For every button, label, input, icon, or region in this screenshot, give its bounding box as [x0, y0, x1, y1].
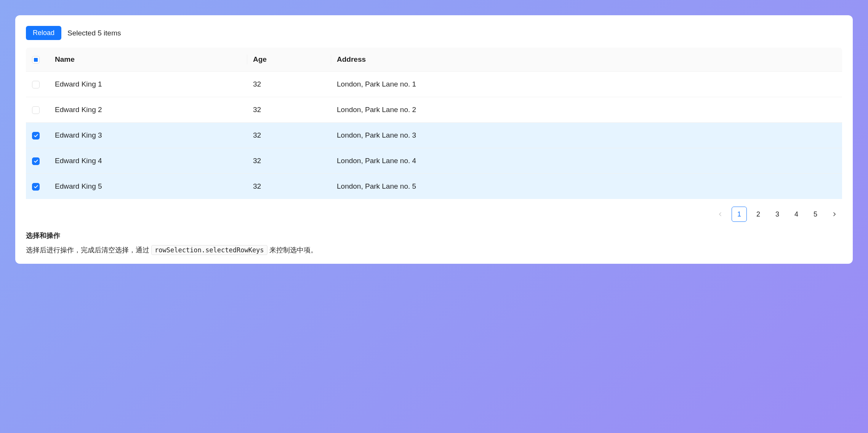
column-header-address: Address [331, 48, 842, 72]
cell-age: 32 [247, 72, 331, 97]
column-header-select [26, 48, 49, 72]
cell-address: London, Park Lane no. 4 [331, 148, 842, 174]
row-checkbox[interactable] [32, 183, 40, 191]
row-checkbox[interactable] [32, 106, 40, 114]
row-checkbox[interactable] [32, 157, 40, 165]
pagination-prev [713, 207, 728, 222]
column-header-age: Age [247, 48, 331, 72]
reload-button[interactable]: Reload [26, 26, 61, 40]
pagination: 12345 [26, 207, 842, 222]
footer-desc-after: 来控制选中项。 [267, 246, 317, 254]
card: Reload Selected 5 items Name Age Address… [15, 15, 853, 264]
table-row: Edward King 432London, Park Lane no. 4 [26, 148, 842, 174]
table-row: Edward King 232London, Park Lane no. 2 [26, 97, 842, 123]
cell-name: Edward King 3 [49, 123, 247, 148]
cell-age: 32 [247, 123, 331, 148]
pagination-page[interactable]: 3 [770, 207, 785, 222]
cell-address: London, Park Lane no. 1 [331, 72, 842, 97]
pagination-page[interactable]: 2 [751, 207, 766, 222]
table-row: Edward King 132London, Park Lane no. 1 [26, 72, 842, 97]
data-table: Name Age Address Edward King 132London, … [26, 48, 842, 199]
pagination-next[interactable] [827, 207, 842, 222]
cell-address: London, Park Lane no. 3 [331, 123, 842, 148]
cell-age: 32 [247, 174, 331, 199]
footer-desc-before: 选择后进行操作，完成后清空选择，通过 [26, 246, 151, 254]
row-checkbox[interactable] [32, 132, 40, 140]
cell-name: Edward King 4 [49, 148, 247, 174]
select-all-checkbox[interactable] [32, 56, 40, 64]
toolbar: Reload Selected 5 items [26, 26, 842, 40]
cell-age: 32 [247, 148, 331, 174]
cell-name: Edward King 1 [49, 72, 247, 97]
cell-address: London, Park Lane no. 2 [331, 97, 842, 123]
pagination-page[interactable]: 1 [732, 207, 747, 222]
selected-count-text: Selected 5 items [67, 29, 121, 37]
footer-code: rowSelection.selectedRowKeys [151, 245, 267, 255]
cell-address: London, Park Lane no. 5 [331, 174, 842, 199]
cell-name: Edward King 2 [49, 97, 247, 123]
cell-age: 32 [247, 97, 331, 123]
cell-name: Edward King 5 [49, 174, 247, 199]
footer-section: 选择和操作 选择后进行操作，完成后清空选择，通过 rowSelection.se… [26, 231, 842, 255]
pagination-page[interactable]: 4 [789, 207, 804, 222]
table-row: Edward King 532London, Park Lane no. 5 [26, 174, 842, 199]
footer-description: 选择后进行操作，完成后清空选择，通过 rowSelection.selected… [26, 245, 842, 255]
row-checkbox[interactable] [32, 81, 40, 88]
column-header-name: Name [49, 48, 247, 72]
table-row: Edward King 332London, Park Lane no. 3 [26, 123, 842, 148]
footer-title: 选择和操作 [26, 231, 842, 240]
pagination-page[interactable]: 5 [808, 207, 823, 222]
